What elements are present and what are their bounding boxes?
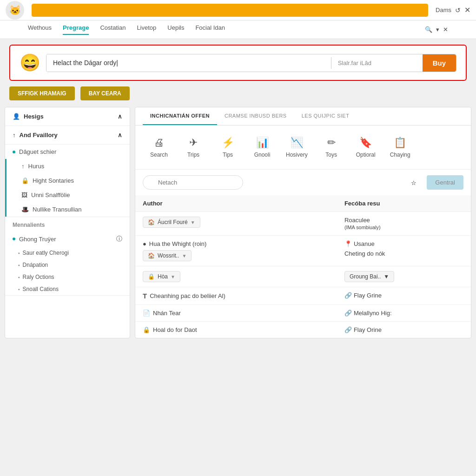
search-main-input[interactable]	[46, 54, 331, 72]
central-button[interactable]: Gentral	[427, 175, 463, 190]
sidebar-item-unni[interactable]: 🖼 Unni Snalffölie	[5, 188, 130, 202]
sidebar-item-hurus[interactable]: ↑ Hurus	[5, 159, 130, 173]
star-icon[interactable]: ☆	[411, 179, 416, 186]
icon-tips[interactable]: ⚡ Tips	[212, 133, 244, 162]
sidebar-sub-snoall[interactable]: Snoall Cations	[5, 283, 130, 295]
icon-gnooli[interactable]: 📊 Gnooli	[246, 133, 278, 162]
ghong-label: Ghong Truÿer	[19, 236, 56, 243]
sidebar-header-hesigs[interactable]: 👤 Hesigs ∧	[5, 107, 130, 126]
person-icon: 👤	[13, 113, 20, 120]
row2a-result: 📍 Usanue Cheting do nók	[337, 236, 471, 266]
panel-tab-cramse[interactable]: CRAMSE INBUSD BERS	[217, 107, 294, 125]
nav-search-icon[interactable]: 🔍	[425, 26, 432, 33]
dropdown-arrow2: ▼	[182, 253, 186, 258]
table-row: T Cheanhing pac do beliier Al) 🔗 Flay Gr…	[135, 287, 471, 305]
nav-tab-livetop[interactable]: Livetop	[137, 24, 156, 35]
sffigk-button[interactable]: SFFIGK HRAMAIG	[9, 86, 75, 100]
icon-hosivery[interactable]: 📉 Hosivery	[280, 133, 313, 162]
icon-optioral[interactable]: 🔖 Optioral	[350, 133, 382, 162]
sidebar-category-ghong[interactable]: Ghong Truÿer ⓘ	[5, 231, 130, 247]
category-dot	[13, 151, 15, 153]
daguet-label: Dâguet schier	[19, 148, 56, 155]
sidebar-category-daguet[interactable]: Dâguet schier	[5, 145, 130, 159]
icon-toys[interactable]: ✏ Toys	[315, 133, 348, 162]
table-row: 🔒 Hoal do for Daot 🔗 Flay Orine	[135, 322, 471, 338]
row1-author: 🏠 Áucril Fouré ▼	[135, 212, 337, 236]
wossrit-tag[interactable]: 🏠 Wossrit.. ▼	[143, 250, 192, 261]
gnooli-label: Gnooli	[254, 152, 271, 158]
category-dot2	[13, 238, 15, 240]
nav-tab-wethous[interactable]: Wethous	[28, 24, 52, 35]
right-panel: Inchicnatián Offen CRAMSE INBUSD BERS LE…	[135, 107, 471, 338]
bolt-icon: ⚡	[222, 137, 234, 149]
saur-label: Saur eatly Cherogi	[23, 250, 69, 256]
dna-label: Dnápation	[23, 262, 48, 268]
bookmark-icon: 🔖	[359, 137, 372, 149]
link2-icon: 🔗	[344, 310, 352, 317]
table-row: ● Hua the Whight (roin) 🏠 Wossrit.. ▼ 📍	[135, 236, 471, 266]
search-input-group: Buy	[46, 54, 456, 72]
panel-tab-les[interactable]: LES QUIJPIC SIET	[294, 107, 357, 125]
bay-button[interactable]: BAY CEARA	[80, 86, 130, 100]
raly-label: Raly Octions	[23, 274, 54, 280]
hoa-tag[interactable]: 🔒 Hòa ▼	[143, 271, 180, 282]
filter-input[interactable]	[143, 175, 243, 190]
frame-icon: 🖼	[21, 192, 27, 198]
printer-icon: 🖨	[154, 137, 164, 149]
nav-dropdown-icon[interactable]: ▾	[436, 26, 439, 33]
nav-tab-pregrage[interactable]: Pregrage	[63, 24, 89, 35]
row3-author: 🔒 Hòa ▼	[135, 266, 337, 287]
usanue-text: Usanue	[354, 240, 375, 247]
lock3-icon: 🔒	[143, 326, 150, 333]
sidebar-sub-raly[interactable]: Raly Octions	[5, 271, 130, 283]
icon-chaying[interactable]: 📋 Chaying	[384, 133, 416, 162]
icon-grid: 🖨 Search ✈ Trips ⚡ Tips 📊 Gnooli 📉 Hosiv…	[135, 126, 471, 170]
close-icon[interactable]: ✕	[464, 6, 470, 14]
sidebar-item-nullike[interactable]: 🎩 Nullike Transullian	[5, 202, 130, 217]
text-T-icon: T	[143, 292, 147, 300]
refresh-icon[interactable]: ↺	[455, 7, 461, 14]
search-highlight-box: 😄 Buy	[9, 45, 467, 81]
sidebar-item-hight[interactable]: 🔒 Hight Sontaries	[5, 173, 130, 188]
search-secondary-input[interactable]	[331, 54, 423, 72]
main-content: 👤 Hesigs ∧ ↑ And Fvaillory ∧ Dâguet schi…	[0, 107, 476, 338]
optioral-label: Optioral	[356, 152, 376, 158]
hua-text: Hua the Whight (roin)	[149, 240, 207, 247]
dropdown-arrow3: ▼	[171, 274, 175, 279]
pencil-icon: ✏	[327, 137, 336, 149]
table-row: 🔒 Hòa ▼ Groung Bai.. ▼	[135, 266, 471, 287]
groung-tag[interactable]: Groung Bai.. ▼	[344, 271, 394, 282]
nav-tab-focial[interactable]: Focial Idan	[195, 24, 225, 35]
top-search-bar[interactable]	[32, 4, 428, 17]
trips-label: Trips	[187, 152, 199, 158]
sidebar-sub-dna[interactable]: Dnápation	[5, 259, 130, 271]
sidebar-header-fvaillory[interactable]: ↑ And Fvaillory ∧	[5, 126, 130, 144]
chevron-up-icon: ∧	[118, 113, 122, 120]
link3-icon: 🔗	[344, 326, 352, 333]
row6-author: 🔒 Hoal do for Daot	[135, 322, 337, 338]
graph-icon: 📉	[291, 137, 303, 149]
sidebar-sub-saur[interactable]: Saur eatly Cherogi	[5, 247, 130, 259]
doc-icon: 📄	[143, 310, 150, 317]
hoa-label: Hòa	[158, 273, 168, 280]
melallyno-text: Melallyno Hig:	[354, 310, 392, 317]
roaculee-text: Roaculee(IMA sombiualy)	[344, 217, 381, 231]
nullike-label: Nullike Transullian	[33, 206, 82, 213]
author-tag-aucril[interactable]: 🏠 Áucril Fouré ▼	[143, 217, 200, 228]
search-row: 🔍 ☆ Gentral	[135, 170, 471, 195]
panel-tabs: Inchicnatián Offen CRAMSE INBUSD BERS LE…	[135, 107, 471, 126]
hight-label: Hight Sontaries	[33, 177, 74, 184]
icon-search[interactable]: 🖨 Search	[143, 133, 175, 162]
row6-result: 🔗 Flay Orine	[337, 322, 471, 338]
nav-right: 🔍 ▾ ✕	[425, 26, 448, 33]
buy-button[interactable]: Buy	[423, 54, 456, 72]
nav-close-icon[interactable]: ✕	[443, 26, 448, 33]
nav-tab-costatian[interactable]: Costatian	[100, 24, 126, 35]
icon-trips[interactable]: ✈ Trips	[177, 133, 210, 162]
data-table: Author Fecóba resu 🏠 Áucril Fouré ▼	[135, 195, 471, 338]
aucril-label: Áucril Fouré	[158, 219, 188, 225]
dropdown-arrow: ▼	[191, 220, 195, 225]
panel-tab-inchic[interactable]: Inchicnatián Offen	[143, 107, 217, 125]
nav-tab-uepils[interactable]: Uepils	[167, 24, 184, 35]
plane-icon: ✈	[189, 137, 198, 149]
